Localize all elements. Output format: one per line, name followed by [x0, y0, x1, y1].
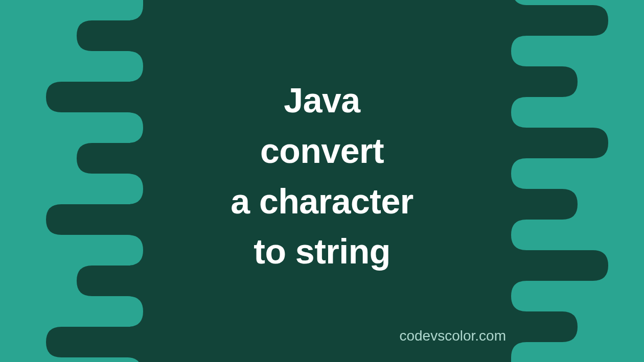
title-line-3: a character [231, 182, 413, 221]
title-line-4: to string [254, 232, 390, 271]
watermark-text: codevscolor.com [399, 328, 506, 344]
page-title: Java convert a character to string [231, 75, 413, 276]
content-container: Java convert a character to string [0, 0, 644, 362]
title-line-2: convert [260, 131, 384, 170]
title-line-1: Java [284, 81, 360, 119]
